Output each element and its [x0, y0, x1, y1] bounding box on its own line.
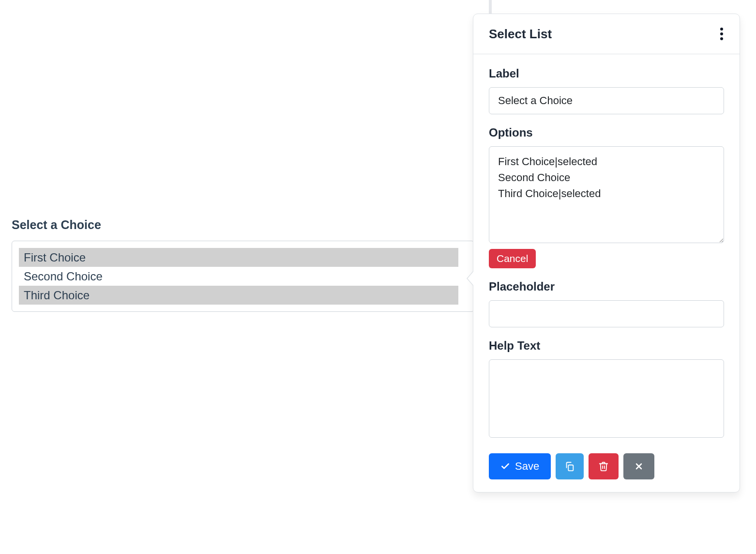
panel-body: Label Options Cancel Placeholder Help Te… — [473, 54, 740, 492]
panel-header: Select List — [473, 14, 740, 54]
label-input[interactable] — [489, 87, 724, 114]
preview-label: Select a Choice — [12, 218, 474, 232]
preview-area: Select a Choice First Choice Second Choi… — [12, 218, 474, 312]
config-panel: Select List Label Options Cancel Placeho… — [473, 14, 740, 492]
check-icon — [500, 462, 510, 471]
close-icon — [634, 462, 644, 471]
panel-title: Select List — [489, 27, 552, 42]
svg-rect-0 — [568, 465, 573, 471]
multi-select-options: First Choice Second Choice Third Choice — [17, 246, 469, 307]
trash-icon — [598, 461, 609, 472]
placeholder-field-label: Placeholder — [489, 280, 724, 293]
kebab-menu-icon[interactable] — [717, 25, 726, 43]
panel-divider — [489, 0, 492, 14]
helptext-textarea[interactable] — [489, 359, 724, 438]
save-button[interactable]: Save — [489, 453, 551, 479]
copy-icon — [564, 461, 575, 472]
action-row: Save — [489, 453, 724, 479]
list-item[interactable]: Third Choice — [19, 286, 458, 305]
options-textarea[interactable] — [489, 146, 724, 243]
copy-button[interactable] — [556, 453, 584, 479]
close-button[interactable] — [623, 453, 654, 479]
save-button-label: Save — [515, 460, 539, 473]
list-item[interactable]: First Choice — [19, 248, 458, 267]
label-field-label: Label — [489, 67, 724, 80]
cancel-button[interactable]: Cancel — [489, 249, 536, 268]
options-field-label: Options — [489, 126, 724, 139]
list-item[interactable]: Second Choice — [19, 267, 458, 286]
helptext-field-label: Help Text — [489, 339, 724, 353]
multi-select[interactable]: First Choice Second Choice Third Choice — [12, 241, 474, 312]
placeholder-input[interactable] — [489, 300, 724, 327]
delete-button[interactable] — [589, 453, 619, 479]
